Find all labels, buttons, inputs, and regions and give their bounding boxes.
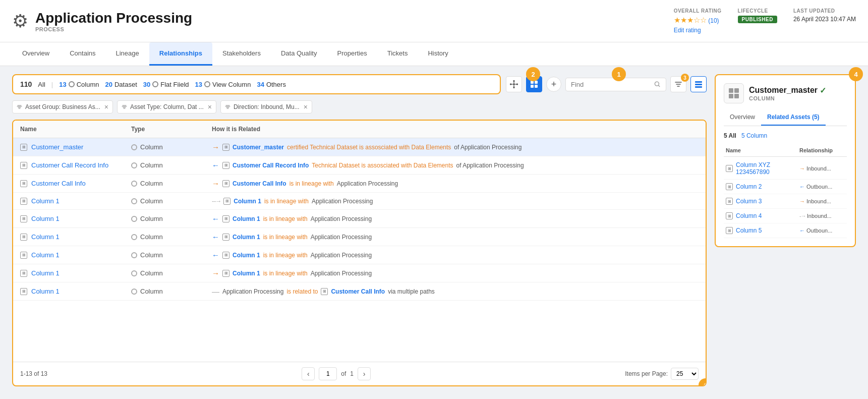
asset-row-4-link[interactable]: Column 4 — [736, 212, 762, 219]
row4-rel-name[interactable]: Column 1 — [234, 198, 261, 205]
filter-others[interactable]: 34 Others — [257, 81, 285, 88]
col-header-type: Type — [131, 126, 212, 133]
rating-group: OVERALL RATING ★★★☆☆ (10) Edit rating — [674, 8, 722, 34]
row7-related-cell: ← ⊞ Column 1 is in lineage with Applicat… — [212, 251, 699, 259]
asset-row-5-link[interactable]: Column 5 — [736, 227, 762, 234]
asset-row-1-link[interactable]: Column XYZ 1234567890 — [736, 161, 799, 176]
filter-tag-asset-type-label: Asset Type: Column, Dat ... — [130, 103, 204, 110]
tab-data-quality[interactable]: Data Quality — [271, 42, 327, 66]
row7-name-link[interactable]: Column 1 — [31, 251, 60, 259]
row9-col-icon: ⊞ — [20, 288, 27, 295]
asset-tab-related[interactable]: Related Assets (5) — [761, 109, 826, 126]
table-row: ⊞ Column 1 Column ← ⊞ Column 1 is in lin… — [13, 210, 706, 228]
asset-count-all: 5 All — [724, 132, 736, 139]
table-row: ⊞ Column 1 Column ← ⊞ Column 1 is in lin… — [13, 228, 706, 246]
row3-related-cell: → ⊞ Customer Call Info is in lineage wit… — [212, 179, 699, 188]
app-header: ⚙ Application Processing PROCESS OVERALL… — [0, 0, 868, 42]
tab-overview[interactable]: Overview — [12, 42, 60, 66]
filter-view-column[interactable]: 13 View Column — [195, 81, 251, 88]
asset-row-1-rel-label: Inbound... — [806, 165, 831, 172]
asset-row-4-arrow: - → — [799, 213, 805, 219]
row8-rel-name[interactable]: Column 1 — [233, 270, 260, 277]
asset-count-column[interactable]: 5 Column — [741, 132, 767, 139]
filter-button[interactable]: 3 — [670, 76, 686, 92]
row4-name-link[interactable]: Column 1 — [31, 197, 60, 205]
filter-tag-direction-close[interactable]: × — [304, 103, 308, 111]
callout-1: 1 — [612, 67, 626, 81]
last-updated-group: LAST UPDATED 26 April 2023 10:47 AM — [793, 8, 856, 23]
view-col-count: 13 — [195, 81, 202, 88]
items-per-page-select[interactable]: 25 50 100 — [671, 368, 699, 380]
row7-rel-name[interactable]: Column 1 — [233, 252, 260, 259]
row1-name-link[interactable]: Customer_master — [31, 143, 83, 151]
items-per-page-label: Items per Page: — [625, 370, 668, 377]
filter-tag-asset-group-close[interactable]: × — [104, 103, 108, 111]
row4-rel-icon: ⊞ — [223, 198, 230, 205]
asset-row-3-icon: ⊞ — [726, 198, 733, 205]
row2-arrow: ← — [212, 161, 219, 169]
tab-lineage[interactable]: Lineage — [106, 42, 149, 66]
filter-tag-asset-type: Asset Type: Column, Dat ... × — [117, 100, 216, 113]
page-input[interactable] — [319, 367, 337, 380]
svg-rect-2 — [516, 84, 518, 85]
total-pages: 1 — [350, 370, 354, 377]
tab-stakeholders[interactable]: Stakeholders — [212, 42, 271, 66]
row8-name-link[interactable]: Column 1 — [31, 269, 60, 277]
schema-view-button[interactable] — [506, 76, 522, 92]
total-count: 110 — [20, 80, 32, 88]
row6-rel-name[interactable]: Column 1 — [233, 234, 260, 241]
row2-rel-name[interactable]: Customer Call Record Info — [233, 162, 309, 169]
row1-rel-suffix: of Application Processing — [454, 144, 522, 151]
edit-rating-link[interactable]: Edit rating — [674, 27, 722, 34]
row9-rel-linked[interactable]: Customer Call Info — [331, 288, 385, 295]
tab-tickets[interactable]: Tickets — [377, 42, 418, 66]
row3-rel-desc: is in lineage with — [290, 180, 334, 187]
search-input[interactable] — [571, 81, 651, 88]
svg-rect-16 — [734, 94, 739, 98]
asset-row-1-rel: → Inbound... — [799, 165, 845, 172]
row2-name-link[interactable]: Customer Call Record Info — [31, 161, 108, 169]
asset-tab-overview[interactable]: Overview — [724, 109, 761, 126]
star-count: (10) — [708, 17, 719, 24]
row5-rel-name[interactable]: Column 1 — [233, 215, 260, 222]
tab-relationships[interactable]: Relationships — [149, 42, 212, 66]
filter-dataset[interactable]: 20 Dataset — [105, 81, 137, 88]
tab-properties[interactable]: Properties — [327, 42, 377, 66]
filter-tag-asset-type-close[interactable]: × — [208, 103, 212, 111]
svg-rect-10 — [695, 81, 702, 83]
asset-type: COLUMN — [749, 95, 826, 101]
row3-type-cell: Column — [131, 180, 212, 187]
column-circle — [69, 81, 75, 87]
prev-page-button[interactable]: ‹ — [302, 367, 315, 380]
row3-rel-icon: ⊞ — [222, 180, 229, 187]
row3-type-circle — [131, 181, 137, 187]
asset-name-group: Customer_master ✓ COLUMN — [749, 86, 826, 101]
header-right: OVERALL RATING ★★★☆☆ (10) Edit rating LI… — [674, 8, 856, 34]
overall-rating-label: OVERALL RATING — [674, 8, 722, 14]
asset-row-3-link[interactable]: Column 3 — [736, 198, 762, 205]
main-content: 2 1 110 All | 13 Column 20 Dataset 3 — [0, 66, 868, 394]
add-button[interactable]: + — [546, 77, 561, 92]
filter-column[interactable]: 13 Column — [59, 81, 99, 88]
row6-name-link[interactable]: Column 1 — [31, 233, 60, 241]
row3-rel-name[interactable]: Customer Call Info — [233, 180, 286, 187]
list-view-button[interactable] — [690, 76, 707, 92]
row5-type-circle — [131, 216, 137, 222]
next-page-button[interactable]: › — [358, 367, 371, 380]
filter-tag-direction: Direction: Inbound, Mu... × — [220, 100, 312, 113]
row9-prefix: Application Processing — [222, 288, 283, 295]
asset-row-2-arrow: ← — [799, 184, 805, 190]
row5-name-link[interactable]: Column 1 — [31, 215, 60, 222]
flat-circle — [152, 81, 158, 87]
row3-name-cell: ⊞ Customer Call Info — [20, 180, 131, 187]
filter-flat-field[interactable]: 30 Flat Fiield — [143, 81, 189, 88]
row7-name-cell: ⊞ Column 1 — [20, 251, 131, 259]
asset-row-2-link[interactable]: Column 2 — [736, 183, 762, 190]
view-col-label: View Column — [212, 81, 251, 88]
tab-history[interactable]: History — [418, 42, 458, 66]
tab-contains[interactable]: Contains — [60, 42, 105, 66]
table-header: Name Type How it is Related — [13, 121, 706, 138]
row1-rel-name[interactable]: Customer_master — [233, 144, 284, 151]
row3-name-link[interactable]: Customer Call Info — [31, 180, 86, 187]
row9-name-link[interactable]: Column 1 — [31, 288, 60, 295]
